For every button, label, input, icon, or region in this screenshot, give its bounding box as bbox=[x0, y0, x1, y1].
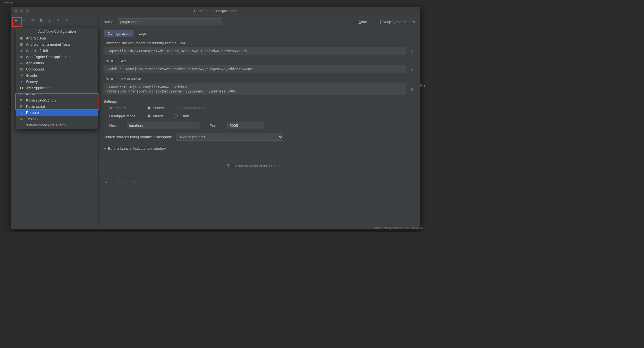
popup-item-remote[interactable]: ↯Remote bbox=[16, 109, 98, 116]
copy-icon[interactable]: ⎘ bbox=[409, 48, 415, 54]
left-panel: + − ⎘ ⚙ ▲ ▼ ■ ↕ Add New Configuration ▣A… bbox=[11, 15, 98, 229]
debugger-listen-radio[interactable]: Listen bbox=[174, 114, 189, 118]
appengine-icon: ◉ bbox=[19, 54, 24, 59]
popup-item-android-app[interactable]: ▣Android App bbox=[16, 35, 98, 41]
junit-icon: ◆ bbox=[19, 48, 24, 53]
name-input[interactable] bbox=[118, 18, 222, 25]
popup-item-android-junit[interactable]: ◆Android JUnit bbox=[16, 47, 98, 54]
debugger-mode-label: Debugger mode: bbox=[109, 114, 143, 118]
kotlin-icon: ◤ bbox=[19, 92, 24, 96]
tab-logs[interactable]: Logs bbox=[134, 30, 151, 37]
compound-icon: ▤ bbox=[19, 67, 24, 71]
share-checkbox[interactable]: Share bbox=[353, 20, 369, 24]
android-icon: ▣ bbox=[19, 36, 24, 40]
settings-heading: Settings bbox=[104, 99, 415, 103]
debugger-attach-radio[interactable]: Attach bbox=[147, 114, 163, 118]
before-launch-toolbar: ＋ − ✎ ▲ ▼ bbox=[104, 178, 415, 187]
background-tab: .gradle bbox=[0, 0, 16, 6]
dialog-title: Run/Debug Configurations bbox=[11, 9, 420, 13]
add-icon[interactable]: + bbox=[13, 18, 18, 23]
edit-task-icon[interactable]: ✎ bbox=[118, 180, 121, 185]
up-task-icon[interactable]: ▲ bbox=[125, 180, 129, 185]
tab-configuration[interactable]: Configuration bbox=[104, 30, 134, 37]
copy-icon[interactable]: ⎘ bbox=[409, 86, 415, 92]
sort-icon[interactable]: ↕ bbox=[73, 18, 78, 23]
popup-more[interactable]: 9 items more (irrelevant)... bbox=[16, 122, 98, 129]
copy-icon[interactable]: ⎘ bbox=[409, 66, 415, 72]
before-launch-empty: There are no tasks to run before launch bbox=[227, 164, 292, 168]
port-input[interactable] bbox=[227, 122, 264, 129]
name-label: Name: bbox=[104, 20, 114, 24]
add-configuration-popup: Add New Configuration ▣Android App ▣Andr… bbox=[16, 28, 98, 129]
search-sources-select[interactable]: <whole project> bbox=[176, 133, 283, 141]
single-instance-checkbox[interactable]: Single instance only bbox=[377, 20, 415, 24]
popup-item-testng[interactable]: ⧉TestNG bbox=[16, 116, 98, 122]
popup-item-groovy[interactable]: ✦Groovy bbox=[16, 78, 98, 85]
gradle-icon: ✪ bbox=[19, 73, 24, 78]
popup-item-jar[interactable]: ▮▮JAR Application bbox=[16, 85, 98, 91]
settings-icon[interactable]: ⚙ bbox=[39, 18, 44, 23]
application-icon: ▭ bbox=[19, 61, 24, 65]
right-panel: Name: Share Single instance only Configu… bbox=[98, 15, 420, 229]
remote-icon: ↯ bbox=[19, 110, 24, 115]
popup-item-app-engine[interactable]: ◉App Engine DevAppServer bbox=[16, 54, 98, 60]
cmd-heading-2: For JDK 1.4.x bbox=[104, 59, 415, 63]
cmd-field-3[interactable]: -Xnoagent -Djava.compiler=NONE -Xdebug -… bbox=[104, 83, 406, 95]
popup-item-kotlin[interactable]: ◤Kotlin bbox=[16, 91, 98, 97]
kotlin-icon: ◤ bbox=[19, 98, 24, 102]
down-icon[interactable]: ▼ bbox=[56, 18, 61, 23]
kotlin-icon: ◤ bbox=[19, 104, 24, 109]
popup-item-compound[interactable]: ▤Compound bbox=[16, 66, 98, 72]
add-task-icon[interactable]: ＋ bbox=[104, 180, 108, 185]
window-controls[interactable] bbox=[11, 9, 29, 13]
popup-item-android-instrumented-tests[interactable]: ▣Android Instrumented Tests bbox=[16, 41, 98, 47]
cmd-heading-1: Command line arguments for running remot… bbox=[104, 41, 415, 45]
config-tabs: Configuration Logs bbox=[104, 29, 415, 37]
copy-icon[interactable]: ⎘ bbox=[30, 18, 35, 23]
dialog-titlebar: Run/Debug Configurations bbox=[11, 7, 420, 15]
cmd-field-1[interactable]: -agentlib:jdwp=transport=dt_socket,serve… bbox=[104, 47, 406, 55]
down-task-icon[interactable]: ▼ bbox=[132, 180, 136, 185]
popup-item-application[interactable]: ▭Application bbox=[16, 60, 98, 66]
host-input[interactable] bbox=[127, 122, 200, 129]
android-icon: ▣ bbox=[19, 42, 24, 47]
remove-task-icon[interactable]: − bbox=[112, 180, 114, 185]
popup-item-kotlin-js[interactable]: ◤Kotlin (JavaScript) bbox=[16, 97, 98, 103]
folder-icon[interactable]: ■ bbox=[64, 18, 69, 23]
chevron-down-icon: ▼ bbox=[104, 147, 106, 150]
popup-header: Add New Configuration bbox=[16, 28, 98, 35]
cmd-heading-3: For JDK 1.3.x or earlier bbox=[104, 77, 415, 81]
port-label: Port: bbox=[210, 124, 223, 128]
run-debug-configurations-dialog: Run/Debug Configurations + − ⎘ ⚙ ▲ ▼ ■ ↕… bbox=[11, 7, 420, 230]
transport-label: Transport: bbox=[109, 106, 143, 110]
watermark: https://blog.csdn.net/qq_34519487 bbox=[374, 226, 426, 230]
config-toolbar: + − ⎘ ⚙ ▲ ▼ ■ ↕ bbox=[11, 15, 98, 26]
before-launch-toggle[interactable]: ▼ Before launch: Activate tool window bbox=[104, 146, 415, 151]
jar-icon: ▮▮ bbox=[19, 85, 24, 90]
transport-shared-radio: Shared memory bbox=[175, 106, 206, 110]
host-label: Host: bbox=[109, 124, 123, 128]
transport-socket-radio[interactable]: Socket bbox=[147, 106, 164, 110]
popup-item-kotlin-script[interactable]: ◤Kotlin script bbox=[16, 103, 98, 109]
popup-item-gradle[interactable]: ✪Gradle bbox=[16, 72, 98, 78]
before-launch-list: There are no tasks to run before launch bbox=[104, 153, 415, 178]
search-sources-label: Search sources using module's classpath: bbox=[104, 135, 172, 139]
testng-icon: ⧉ bbox=[19, 116, 24, 121]
up-icon[interactable]: ▲ bbox=[47, 18, 52, 23]
cmd-field-2[interactable]: -Xdebug -Xrunjdwp:transport=dt_socket,se… bbox=[104, 65, 406, 73]
groovy-icon: ✦ bbox=[19, 79, 24, 84]
remove-icon[interactable]: − bbox=[22, 18, 27, 23]
